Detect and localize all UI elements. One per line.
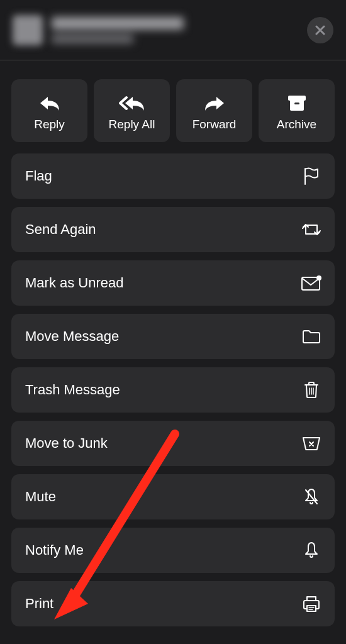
- junk-icon: [301, 433, 322, 454]
- trash-icon: [301, 379, 322, 401]
- header: [0, 0, 346, 60]
- move-message-label: Move Message: [25, 328, 119, 345]
- close-icon: [315, 25, 326, 36]
- mute-icon: [301, 486, 322, 508]
- move-junk-label: Move to Junk: [25, 435, 108, 452]
- archive-label: Archive: [277, 118, 316, 131]
- bell-icon: [301, 540, 322, 561]
- reply-label: Reply: [34, 118, 65, 131]
- folder-icon: [301, 326, 322, 347]
- reply-all-icon: [119, 92, 145, 114]
- menu-item-notify-me[interactable]: Notify Me: [11, 528, 335, 573]
- print-label: Print: [25, 596, 53, 612]
- svg-rect-0: [288, 96, 306, 101]
- archive-button[interactable]: Archive: [259, 79, 335, 142]
- menu-item-trash-message[interactable]: Trash Message: [11, 367, 335, 413]
- forward-icon: [204, 92, 225, 114]
- menu-item-move-junk[interactable]: Move to Junk: [11, 421, 335, 466]
- menu-item-mark-unread[interactable]: Mark as Unread: [11, 260, 335, 306]
- send-again-icon: [301, 219, 322, 240]
- mute-label: Mute: [25, 489, 56, 505]
- menu-item-flag[interactable]: Flag: [11, 153, 335, 199]
- notify-me-label: Notify Me: [25, 542, 84, 558]
- svg-rect-1: [294, 103, 299, 104]
- sender-name: [52, 17, 184, 30]
- trash-message-label: Trash Message: [25, 382, 120, 398]
- forward-label: Forward: [193, 118, 237, 131]
- flag-label: Flag: [25, 168, 52, 184]
- reply-all-label: Reply All: [109, 118, 155, 131]
- menu-item-mute[interactable]: Mute: [11, 474, 335, 519]
- print-icon: [301, 593, 322, 614]
- reply-button[interactable]: Reply: [11, 79, 87, 142]
- menu-item-print[interactable]: Print: [11, 581, 335, 626]
- menu-list: Flag Send Again Mark as Unread Move Mess…: [0, 153, 346, 626]
- sender-sub: [52, 35, 133, 43]
- menu-item-move-message[interactable]: Move Message: [11, 314, 335, 359]
- reply-all-button[interactable]: Reply All: [94, 79, 170, 142]
- menu-item-send-again[interactable]: Send Again: [11, 207, 335, 252]
- forward-button[interactable]: Forward: [176, 79, 252, 142]
- archive-icon: [287, 92, 306, 114]
- header-text-block: [52, 17, 307, 43]
- flag-icon: [301, 165, 322, 187]
- reply-icon: [39, 92, 60, 114]
- close-button[interactable]: [307, 17, 333, 43]
- send-again-label: Send Again: [25, 221, 96, 238]
- mark-unread-label: Mark as Unread: [25, 275, 124, 291]
- avatar: [13, 15, 43, 45]
- svg-point-3: [316, 275, 321, 280]
- mark-unread-icon: [301, 272, 322, 294]
- action-row: Reply Reply All Forward Archive: [0, 60, 346, 153]
